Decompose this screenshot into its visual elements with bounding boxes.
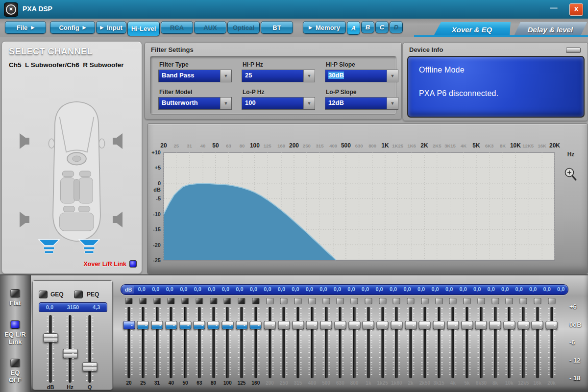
eq-band-knob-50[interactable] bbox=[179, 321, 191, 329]
eq-band-slider-31[interactable] bbox=[156, 307, 158, 378]
eq-band-button-10k[interactable] bbox=[506, 298, 513, 304]
eq-band-button-160[interactable] bbox=[252, 298, 259, 304]
chevron-down-icon[interactable]: ▼ bbox=[220, 70, 231, 82]
eq-band-slider-5k[interactable] bbox=[466, 307, 468, 378]
front-left-speaker-icon[interactable] bbox=[19, 133, 30, 149]
eq-band-button-20[interactable] bbox=[125, 298, 133, 304]
eq-band-button-2k50[interactable] bbox=[421, 298, 428, 304]
right-subwoofer-icon[interactable] bbox=[78, 239, 100, 255]
eq-band-button-16k[interactable] bbox=[534, 298, 541, 304]
eq-band-knob-20k[interactable] bbox=[546, 321, 558, 329]
eq-band-slider-16k[interactable] bbox=[536, 307, 539, 378]
chevron-down-icon[interactable]: ▼ bbox=[303, 98, 315, 109]
chevron-down-icon[interactable]: ▼ bbox=[303, 70, 315, 82]
eq-band-button-400[interactable] bbox=[308, 298, 316, 304]
eq-band-knob-1k60[interactable] bbox=[391, 321, 402, 329]
input-tab-bt[interactable]: BT bbox=[261, 21, 293, 34]
eq-band-knob-5k[interactable] bbox=[461, 321, 473, 329]
eq-band-button-63[interactable] bbox=[196, 298, 203, 304]
eq-band-slider-10k[interactable] bbox=[508, 307, 511, 378]
eq-band-slider-25[interactable] bbox=[142, 307, 144, 378]
eq-band-slider-250[interactable] bbox=[283, 307, 285, 378]
eq-band-knob-200[interactable] bbox=[264, 321, 276, 329]
eq-band-button-125[interactable] bbox=[238, 298, 245, 304]
eq-band-knob-1k25[interactable] bbox=[377, 321, 389, 329]
eq-band-knob-315[interactable] bbox=[292, 321, 304, 329]
eq-band-slider-8k[interactable] bbox=[494, 307, 496, 378]
eq-band-knob-100[interactable] bbox=[221, 321, 233, 329]
collapse-dash-icon[interactable] bbox=[566, 48, 581, 53]
eq-band-button-50[interactable] bbox=[182, 298, 189, 304]
eq-band-knob-25[interactable] bbox=[137, 321, 149, 329]
eq-band-slider-200[interactable] bbox=[269, 307, 271, 378]
eq-band-knob-8k[interactable] bbox=[490, 321, 501, 329]
eq-band-button-630[interactable] bbox=[337, 298, 344, 304]
eq-band-button-1k25[interactable] bbox=[379, 298, 386, 304]
eq-band-button-100[interactable] bbox=[224, 298, 231, 304]
hi-p-hz-dropdown[interactable]: 25▼ bbox=[242, 70, 315, 82]
input-section-button[interactable]: ▶ Input bbox=[96, 21, 126, 34]
eq-band-knob-6k30[interactable] bbox=[475, 321, 487, 329]
tab-xover-eq[interactable]: Xover & EQ bbox=[433, 22, 511, 37]
eq-band-button-500[interactable] bbox=[322, 298, 330, 304]
eq-band-slider-80[interactable] bbox=[212, 307, 215, 378]
eq-band-slider-6k30[interactable] bbox=[480, 307, 482, 378]
eq-band-knob-800[interactable] bbox=[348, 321, 360, 329]
filter-type-dropdown[interactable]: Band Pass▼ bbox=[158, 70, 232, 82]
tab-delay-level[interactable]: Delay & level bbox=[514, 22, 587, 37]
eq-band-slider-2k50[interactable] bbox=[423, 307, 426, 378]
minimize-button[interactable]: — bbox=[548, 3, 560, 14]
eq-band-button-200[interactable] bbox=[266, 298, 273, 304]
memory-slot-b[interactable]: B bbox=[361, 21, 374, 33]
memory-slot-c[interactable]: C bbox=[375, 21, 389, 33]
eq-band-knob-63[interactable] bbox=[194, 321, 205, 329]
eq-band-button-25[interactable] bbox=[139, 298, 147, 304]
eq-band-slider-3k15[interactable] bbox=[438, 307, 440, 378]
eq-band-knob-20[interactable] bbox=[123, 321, 135, 329]
eq-band-slider-100[interactable] bbox=[226, 307, 229, 378]
eq-band-button-8k[interactable] bbox=[491, 298, 499, 304]
eq-band-slider-1k[interactable] bbox=[367, 307, 369, 378]
lo-p-slope-dropdown[interactable]: 12dB▼ bbox=[325, 97, 398, 110]
eq-band-slider-400[interactable] bbox=[311, 307, 313, 378]
left-subwoofer-icon[interactable] bbox=[38, 239, 60, 255]
eq-band-knob-3k15[interactable] bbox=[433, 321, 445, 329]
eq-band-knob-160[interactable] bbox=[250, 321, 262, 329]
input-tab-aux[interactable]: AUX bbox=[194, 21, 226, 34]
eq-band-slider-4k[interactable] bbox=[452, 307, 454, 378]
eq-band-slider-1k25[interactable] bbox=[381, 307, 384, 378]
eq-band-slider-630[interactable] bbox=[339, 307, 342, 378]
eq-band-knob-500[interactable] bbox=[320, 321, 332, 329]
filter-model-dropdown[interactable]: Butterworth▼ bbox=[158, 97, 232, 110]
eq-band-knob-250[interactable] bbox=[278, 321, 290, 329]
eq-band-slider-315[interactable] bbox=[297, 307, 299, 378]
eq-band-slider-20k[interactable] bbox=[550, 307, 553, 378]
chevron-down-icon[interactable]: ▼ bbox=[220, 98, 231, 109]
file-menu-button[interactable]: File ▶ bbox=[5, 21, 46, 34]
eq-band-knob-1k[interactable] bbox=[363, 321, 374, 329]
eq-band-button-6k30[interactable] bbox=[477, 298, 485, 304]
eq-band-button-3k15[interactable] bbox=[435, 298, 442, 304]
eq-band-slider-12k5[interactable] bbox=[522, 307, 525, 378]
eq-band-knob-2k50[interactable] bbox=[419, 321, 431, 329]
eq-band-slider-500[interactable] bbox=[325, 307, 327, 378]
rear-left-speaker-icon[interactable] bbox=[19, 211, 30, 228]
input-tab-rca[interactable]: RCA bbox=[161, 21, 193, 34]
input-tab-optical[interactable]: Optical bbox=[227, 21, 260, 34]
eq-band-knob-2k[interactable] bbox=[405, 321, 416, 329]
eq-band-knob-16k[interactable] bbox=[532, 321, 543, 329]
eq-band-button-31[interactable] bbox=[153, 298, 161, 304]
eq-band-button-1k60[interactable] bbox=[393, 298, 400, 304]
rear-right-speaker-icon[interactable] bbox=[112, 211, 123, 228]
eq-band-slider-1k60[interactable] bbox=[395, 307, 398, 378]
eq-band-slider-160[interactable] bbox=[254, 307, 257, 378]
input-tab-hi-level[interactable]: Hi-Level bbox=[127, 21, 160, 36]
memory-slot-a[interactable]: A bbox=[347, 21, 360, 35]
chevron-down-icon[interactable]: ▼ bbox=[387, 70, 398, 82]
eq-band-slider-20[interactable] bbox=[128, 307, 130, 378]
eq-band-knob-10k[interactable] bbox=[503, 321, 515, 329]
eq-band-knob-630[interactable] bbox=[334, 321, 346, 329]
eq-band-knob-12k5[interactable] bbox=[517, 321, 529, 329]
config-menu-button[interactable]: Config ▶ bbox=[50, 21, 95, 34]
hi-p-slope-dropdown[interactable]: 30dB▼ bbox=[325, 70, 398, 82]
